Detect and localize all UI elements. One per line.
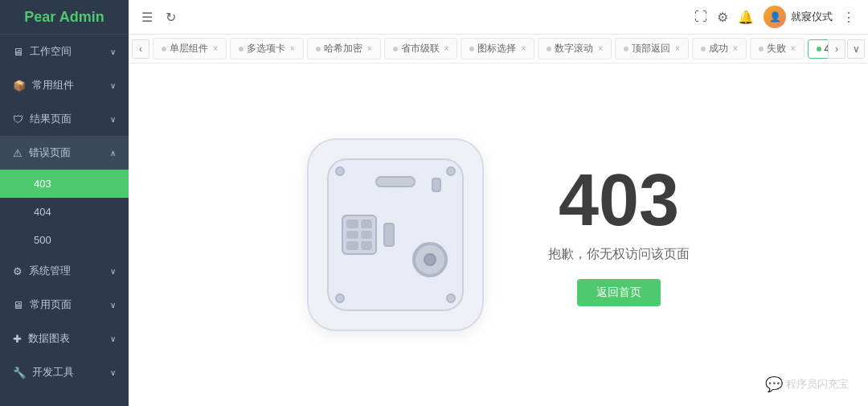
tab-图标选择[interactable]: 图标选择× [461,38,534,59]
sidebar-item-403[interactable]: 403 [0,170,129,198]
sidebar-item-data-charts[interactable]: ✚ 数据图表 ∨ [0,322,129,355]
error-pages-icon: ⚠ [13,147,23,159]
sidebar-menu: 🖥 工作空间 ∨ 📦 常用组件 ∨ 🛡 结果页面 ∨ ⚠ 错误页面 ∧ [0,35,129,406]
key-dot [361,241,373,250]
topbar-left: ☰ ↻ [141,10,176,25]
tab-label: 哈希加密 [324,42,362,55]
tab-close-icon[interactable]: × [290,44,295,53]
watermark-icon: 💬 [765,375,783,393]
sidebar-item-common-pages[interactable]: 🖥 常用页面 ∨ [0,288,129,322]
tab-失败[interactable]: 失败× [750,38,805,59]
chevron-down-icon: ∨ [110,81,116,90]
data-charts-icon: ✚ [13,333,22,345]
safe-handle [375,176,416,187]
tab-label: 失败 [767,42,786,55]
tab-close-icon[interactable]: × [675,44,680,53]
tab-dot [393,47,398,51]
refresh-icon[interactable]: ↻ [166,10,176,25]
chevron-down-icon: ∨ [110,301,116,310]
tab-close-icon[interactable]: × [791,44,796,53]
chevron-down-icon: ∨ [110,334,116,343]
sidebar-item-common-components[interactable]: 📦 常用组件 ∨ [0,68,129,102]
sidebar-item-label: 系统管理 [29,264,71,278]
tab-label: 多选项卡 [247,42,285,55]
sidebar-item-label: 数据图表 [28,331,70,346]
tab-单层组件[interactable]: 单层组件× [153,38,227,59]
tab-label: 省市级联 [401,42,440,55]
tab-dot [624,47,628,51]
dev-tools-icon: 🔧 [13,367,26,379]
fullscreen-icon[interactable]: ⛶ [694,10,707,24]
user-avatar-wrap[interactable]: 👤 就寢仪式 [764,6,833,28]
safe-pipe [432,178,441,192]
sidebar-item-workspace[interactable]: 🖥 工作空间 ∨ [0,35,129,68]
tab-多选项卡[interactable]: 多选项卡× [230,38,304,59]
tab-数字滚动[interactable]: 数字滚动× [538,38,612,59]
tab-close-icon[interactable]: × [367,44,372,53]
safe-bolt-br [446,293,456,303]
home-button[interactable]: 返回首页 [577,279,661,306]
sidebar-item-system-manage[interactable]: ⚙ 系统管理 ∨ [0,254,129,288]
tab-label: 图标选择 [477,42,516,55]
logo-text: Pear Admin [24,9,104,26]
tab-close-icon[interactable]: × [598,44,603,53]
chevron-down-icon: ∨ [110,368,116,377]
safe-bolt-bl [335,293,345,303]
safe-bolt-tl [335,166,345,176]
tab-label: 成功 [709,42,728,55]
tab-close-icon[interactable]: × [444,44,449,53]
tab-dot [759,47,764,51]
tab-顶部返回[interactable]: 顶部返回× [615,38,689,59]
tabs-bar: ‹ 单层组件×多选项卡×哈希加密×省市级联×图标选择×数字滚动×顶部返回×成功×… [129,35,868,64]
menu-icon[interactable]: ☰ [141,10,153,25]
tab-close-icon[interactable]: × [213,44,218,53]
watermark: 💬 程序员闪充宝 [765,375,849,393]
sidebar-item-label: 常用页面 [30,297,72,312]
tab-label: 单层组件 [170,42,208,55]
tab-nav-more[interactable]: ∨ [847,39,865,59]
safe-bolt-tr [446,166,456,176]
main-area: ☰ ↻ ⛶ ⚙ 🔔 👤 就寢仪式 ⋮ ‹ 单层组件×多选项卡×哈希加密×省市级联… [129,0,868,406]
sidebar-item-404[interactable]: 404 [0,198,129,226]
sidebar-logo[interactable]: Pear Admin [0,0,129,35]
key-dot [346,219,358,228]
safe-pipe2 [383,223,395,247]
topbar-right: ⛶ ⚙ 🔔 👤 就寢仪式 ⋮ [694,6,855,28]
topbar: ☰ ↻ ⛶ ⚙ 🔔 👤 就寢仪式 ⋮ [129,0,868,35]
key-dot [346,231,358,240]
tab-dot [162,47,166,51]
chevron-down-icon: ∨ [110,115,116,124]
chevron-down-icon: ∨ [110,267,116,276]
tab-成功[interactable]: 成功× [692,38,747,59]
tab-403[interactable]: 403× [808,39,828,59]
tab-dot [316,47,321,51]
tab-nav-prev[interactable]: ‹ [132,39,149,59]
tab-label: 顶部返回 [632,42,670,55]
tab-哈希加密[interactable]: 哈希加密× [307,38,381,59]
safe-wheel [412,242,448,277]
sidebar-item-result-pages[interactable]: 🛡 结果页面 ∨ [0,102,129,136]
sidebar-item-label: 错误页面 [29,146,71,160]
bell-icon[interactable]: 🔔 [738,10,754,25]
result-pages-icon: 🛡 [13,113,23,125]
settings-icon[interactable]: ⚙ [717,10,728,25]
tab-nav-next[interactable]: › [828,39,845,59]
sidebar-item-error-pages[interactable]: ⚠ 错误页面 ∧ [0,136,129,170]
tab-dot [239,47,244,51]
sidebar-item-500[interactable]: 500 [0,226,129,254]
tab-省市级联[interactable]: 省市级联× [384,38,458,59]
safe-inner [327,158,464,311]
tab-close-icon[interactable]: × [733,44,738,53]
safe-keypad [342,215,377,255]
common-pages-icon: 🖥 [13,299,23,311]
tab-dot [701,47,706,51]
sidebar-item-dev-tools[interactable]: 🔧 开发工具 ∨ [0,355,129,389]
error-code: 403 [559,164,679,236]
tab-dot [817,47,821,51]
key-dot [346,241,358,250]
system-manage-icon: ⚙ [13,265,23,277]
username: 就寢仪式 [791,10,833,24]
watermark-text: 程序员闪充宝 [786,377,849,392]
tab-close-icon[interactable]: × [521,44,526,53]
more-icon[interactable]: ⋮ [842,10,855,25]
